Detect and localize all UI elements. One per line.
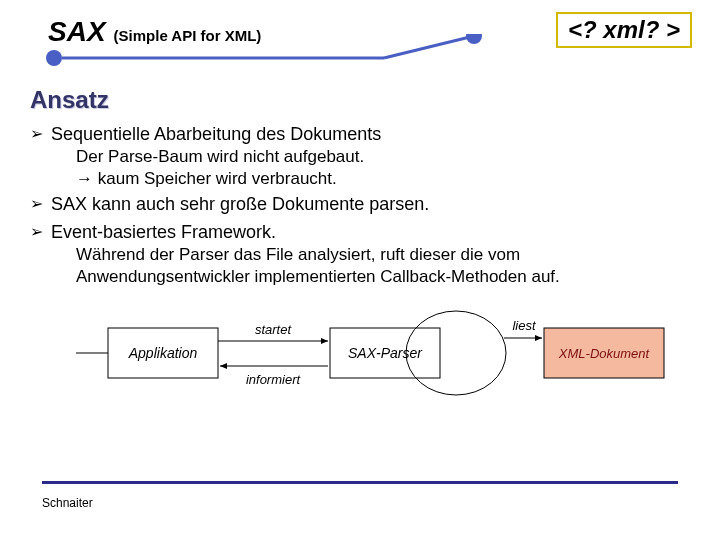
bullet-text: SAX kann auch sehr große Dokumente parse… xyxy=(51,192,429,216)
header-connector-line xyxy=(44,34,564,68)
xml-badge: <? xml? > xyxy=(556,12,692,48)
diagram-box-app: Applikation xyxy=(128,345,198,361)
bullet-text: Sequentielle Abarbeitung des Dokuments xyxy=(51,122,381,146)
section-heading: Ansatz xyxy=(30,86,720,114)
diagram-box-parser: SAX-Parser xyxy=(348,345,423,361)
bullet-subtext: Der Parse-Baum wird nicht aufgebaut. xyxy=(76,146,690,168)
slide-header: SAX (Simple API for XML) <? xml? > xyxy=(0,0,720,60)
bullet-glyph-icon: ➢ xyxy=(30,192,43,216)
svg-point-0 xyxy=(46,50,62,66)
bullet-text: Event-basiertes Framework. xyxy=(51,220,276,244)
bullet-glyph-icon: ➢ xyxy=(30,122,43,146)
content-area: ➢ Sequentielle Abarbeitung des Dokuments… xyxy=(0,122,720,413)
footer-rule xyxy=(42,481,678,484)
bullet-item: ➢ Event-basiertes Framework. xyxy=(30,220,690,244)
footer-author: Schnaiter xyxy=(42,496,93,510)
bullet-subtext: → kaum Speicher wird verbraucht. xyxy=(76,168,690,190)
sax-flow-diagram: Applikation startet informiert SAX-Parse… xyxy=(76,298,690,413)
svg-line-2 xyxy=(384,36,474,58)
bullet-item: ➢ Sequentielle Abarbeitung des Dokuments xyxy=(30,122,690,146)
diagram-arrow-start: startet xyxy=(255,322,293,337)
diagram-arrow-inform: informiert xyxy=(246,372,302,387)
bullet-subtext: Während der Parser das File analysiert, … xyxy=(76,244,690,288)
bullet-item: ➢ SAX kann auch sehr große Dokumente par… xyxy=(30,192,690,216)
bullet-glyph-icon: ➢ xyxy=(30,220,43,244)
diagram-arrow-read: liest xyxy=(512,318,537,333)
svg-point-3 xyxy=(466,34,482,44)
diagram-box-doc: XML-Dokument xyxy=(558,346,651,361)
diagram-svg: Applikation startet informiert SAX-Parse… xyxy=(76,298,676,408)
